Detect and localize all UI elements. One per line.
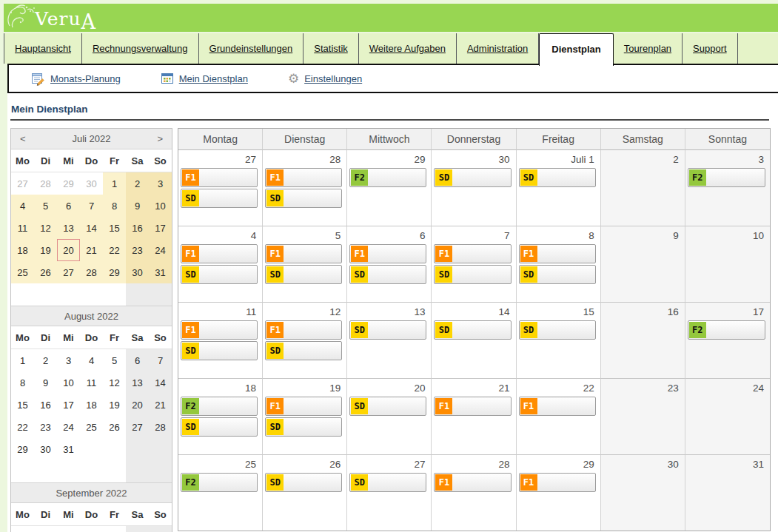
mini-day-cell[interactable]: 12 xyxy=(103,371,126,394)
shift-entry-f1[interactable]: F1 xyxy=(519,397,596,416)
mini-day-cell[interactable]: 27 xyxy=(57,261,80,283)
mini-day-cell[interactable]: 24 xyxy=(149,239,172,261)
mini-day-cell[interactable]: 19 xyxy=(103,394,126,416)
mini-day-cell[interactable]: 29 xyxy=(103,261,126,283)
mini-day-cell[interactable]: 6 xyxy=(126,349,149,371)
mini-day-cell[interactable]: 30 xyxy=(80,172,103,195)
mini-day-cell[interactable]: 17 xyxy=(57,394,80,416)
mini-day-cell[interactable]: 27 xyxy=(11,172,34,195)
shift-entry-f1[interactable]: F1 xyxy=(181,168,258,187)
mini-day-cell[interactable]: 31 xyxy=(57,438,80,460)
shift-entry-sd[interactable]: SD xyxy=(349,473,426,492)
shift-entry-sd[interactable]: SD xyxy=(181,265,258,284)
mini-day-cell[interactable]: 4 xyxy=(149,526,172,532)
shift-entry-sd[interactable]: SD xyxy=(265,189,342,208)
shift-entry-sd[interactable]: SD xyxy=(519,265,596,284)
mini-day-cell[interactable]: 5 xyxy=(34,195,57,217)
mini-day-cell[interactable]: 11 xyxy=(80,371,103,394)
mini-day-cell[interactable]: 20 xyxy=(57,239,80,261)
mini-day-cell[interactable]: 2 xyxy=(126,172,149,195)
mini-day-cell[interactable]: 4 xyxy=(11,195,34,217)
mini-day-cell[interactable]: 29 xyxy=(57,172,80,195)
mini-day-cell[interactable]: 22 xyxy=(103,239,126,261)
mini-day-cell[interactable]: 9 xyxy=(34,371,57,394)
mini-day-cell[interactable]: 2 xyxy=(103,526,126,532)
mini-day-cell[interactable]: 14 xyxy=(149,371,172,394)
shift-entry-f1[interactable]: F1 xyxy=(265,397,342,416)
mini-day-cell[interactable]: 6 xyxy=(57,195,80,217)
tab-administration[interactable]: Administration xyxy=(457,33,539,64)
shift-entry-f1[interactable]: F1 xyxy=(349,244,426,263)
mini-day-cell[interactable]: 15 xyxy=(11,394,34,416)
app-logo[interactable]: VeruA xyxy=(35,8,96,28)
shift-entry-sd[interactable]: SD xyxy=(265,473,342,492)
mini-day-cell[interactable]: 27 xyxy=(126,416,149,438)
tab-hauptansicht[interactable]: Hauptansicht xyxy=(4,33,82,64)
shift-entry-f1[interactable]: F1 xyxy=(265,320,342,340)
mini-day-cell[interactable]: 26 xyxy=(103,416,126,438)
mini-day-cell[interactable]: 16 xyxy=(34,394,57,416)
mini-day-cell[interactable]: 23 xyxy=(126,239,149,261)
mini-day-cell[interactable]: 14 xyxy=(80,217,103,239)
shift-entry-f1[interactable]: F1 xyxy=(434,473,511,492)
mini-day-cell[interactable]: 21 xyxy=(149,394,172,416)
mini-day-cell[interactable]: 13 xyxy=(57,217,80,239)
toolbar-item-mein-dienstplan[interactable]: Mein Dienstplan xyxy=(161,72,248,85)
mini-day-cell[interactable]: 26 xyxy=(34,261,57,283)
shift-entry-f2[interactable]: F2 xyxy=(349,168,426,187)
shift-entry-f1[interactable]: F1 xyxy=(265,168,342,187)
mini-day-cell[interactable]: 1 xyxy=(80,526,103,532)
shift-entry-sd[interactable]: SD xyxy=(181,417,258,437)
mini-day-cell[interactable]: 10 xyxy=(149,195,172,217)
tab-support[interactable]: Support xyxy=(683,33,738,64)
mini-day-cell[interactable]: 3 xyxy=(126,526,149,532)
mini-nav-next-icon[interactable]: > xyxy=(154,133,166,144)
shift-entry-f1[interactable]: F1 xyxy=(181,320,258,340)
mini-day-cell[interactable]: 11 xyxy=(11,217,34,239)
mini-day-cell[interactable]: 7 xyxy=(149,349,172,371)
mini-day-cell[interactable]: 12 xyxy=(34,217,57,239)
mini-day-cell[interactable]: 22 xyxy=(11,416,34,438)
mini-day-cell[interactable]: 30 xyxy=(34,438,57,460)
mini-day-cell[interactable]: 25 xyxy=(11,261,34,283)
shift-entry-sd[interactable]: SD xyxy=(434,320,511,340)
tab-tourenplan[interactable]: Tourenplan xyxy=(614,33,683,64)
mini-day-cell[interactable]: 4 xyxy=(80,349,103,371)
shift-entry-f1[interactable]: F1 xyxy=(519,473,596,492)
shift-entry-sd[interactable]: SD xyxy=(434,168,511,187)
shift-entry-f1[interactable]: F1 xyxy=(265,244,342,263)
toolbar-item-einstellungen[interactable]: ⚙Einstellungen xyxy=(288,73,362,85)
mini-day-cell[interactable]: 3 xyxy=(149,172,172,195)
mini-day-cell[interactable]: 31 xyxy=(149,261,172,283)
shift-entry-sd[interactable]: SD xyxy=(181,341,258,360)
mini-day-cell[interactable]: 2 xyxy=(34,349,57,371)
shift-entry-f1[interactable]: F1 xyxy=(519,244,596,263)
shift-entry-sd[interactable]: SD xyxy=(265,417,342,437)
shift-entry-sd[interactable]: SD xyxy=(519,320,596,340)
mini-day-cell[interactable]: 8 xyxy=(11,371,34,394)
shift-entry-sd[interactable]: SD xyxy=(349,320,426,340)
mini-day-cell[interactable]: 29 xyxy=(11,438,34,460)
shift-entry-f2[interactable]: F2 xyxy=(181,473,258,492)
mini-day-cell[interactable]: 5 xyxy=(103,349,126,371)
mini-day-cell[interactable]: 24 xyxy=(57,416,80,438)
mini-day-cell[interactable]: 28 xyxy=(80,261,103,283)
mini-day-cell[interactable]: 1 xyxy=(11,349,34,371)
shift-entry-f2[interactable]: F2 xyxy=(688,168,765,187)
shift-entry-sd[interactable]: SD xyxy=(519,168,596,187)
shift-entry-f1[interactable]: F1 xyxy=(181,244,258,263)
mini-day-cell[interactable]: 18 xyxy=(11,239,34,261)
mini-day-cell[interactable]: 18 xyxy=(80,394,103,416)
mini-day-cell[interactable]: 25 xyxy=(80,416,103,438)
shift-entry-f1[interactable]: F1 xyxy=(434,244,511,263)
toolbar-item-monats-planung[interactable]: Monats-Planung xyxy=(31,72,121,86)
shift-entry-sd[interactable]: SD xyxy=(349,265,426,284)
shift-entry-f2[interactable]: F2 xyxy=(688,320,765,340)
tab-grundeinstellungen[interactable]: Grundeinstellungen xyxy=(199,33,304,64)
mini-day-cell[interactable]: 23 xyxy=(34,416,57,438)
shift-entry-sd[interactable]: SD xyxy=(349,397,426,416)
mini-day-cell[interactable]: 28 xyxy=(149,416,172,438)
mini-day-cell[interactable]: 30 xyxy=(126,261,149,283)
tab-rechnungsverwaltung[interactable]: Rechnungsverwaltung xyxy=(82,33,199,64)
mini-day-cell[interactable]: 9 xyxy=(126,195,149,217)
